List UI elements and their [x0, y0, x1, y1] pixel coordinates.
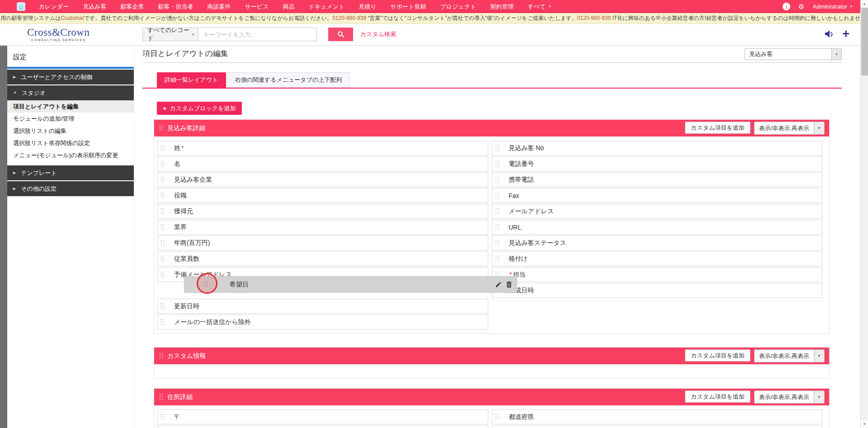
drag-handle-icon[interactable] [161, 177, 165, 183]
visibility-toggle-button[interactable]: 表示/非表示,再表示 ▼ [754, 390, 825, 404]
field-row[interactable]: *担当 [492, 267, 822, 282]
nav-item-all[interactable]: すべて ▼ [528, 3, 552, 11]
field-row[interactable]: 電話番号 [492, 156, 822, 171]
nav-item[interactable]: 商談案件 [208, 3, 231, 11]
field-row[interactable]: 見込み客ステータス [492, 235, 822, 250]
field-row[interactable]: メールアドレス [492, 204, 822, 219]
tab-related-menu-order[interactable]: 右側の関連するメニュータブの上下配列 [227, 72, 350, 88]
sidebar-item[interactable]: 選択肢リスト依存関係の設定 [7, 137, 134, 149]
field-row[interactable]: 作成日時 [492, 283, 822, 298]
field-row[interactable]: 年商(百万円) [157, 235, 488, 250]
visibility-dropdown-arrow[interactable]: ▼ [814, 391, 824, 403]
field-row[interactable]: 役職 [157, 188, 488, 203]
scrollbar-thumb[interactable] [861, 8, 868, 75]
delete-trash-icon[interactable] [506, 281, 512, 288]
field-row[interactable]: 獲得元 [157, 204, 488, 219]
drag-handle-icon[interactable] [495, 414, 499, 420]
nav-item[interactable]: 見積り [359, 3, 376, 11]
nav-item[interactable]: 契約管理 [490, 3, 514, 11]
nav-item[interactable]: 顧客・担当者 [158, 3, 193, 11]
field-row[interactable]: 姓* [157, 141, 488, 155]
nav-item[interactable]: 見込み客 [83, 3, 106, 11]
field-row[interactable]: 更新日時 [157, 299, 488, 314]
drag-handle-icon[interactable] [160, 125, 163, 131]
field-row[interactable]: 業界 [157, 220, 488, 235]
speaker-icon[interactable] [824, 29, 835, 39]
field-row[interactable]: URL [492, 220, 822, 235]
scrollbar-up-arrow[interactable]: ▲ [861, 0, 868, 8]
field-row[interactable]: 格付け [492, 251, 822, 266]
gear-icon[interactable]: ⚙ [798, 3, 804, 10]
module-select[interactable]: 見込み客 ▼ [745, 48, 842, 60]
drag-handle-icon[interactable] [161, 161, 165, 167]
module-select-arrow[interactable]: ▼ [831, 49, 841, 60]
field-row[interactable]: 〒 [157, 409, 488, 424]
drag-handle-icon[interactable] [495, 208, 499, 214]
sidebar-group-users-access[interactable]: ▶ ユーザーとアクセスの制御 [7, 70, 134, 85]
drag-handle-icon[interactable] [161, 193, 165, 198]
field-row[interactable]: 見込み客 No [492, 141, 822, 155]
visibility-dropdown-arrow[interactable]: ▼ [814, 350, 824, 362]
scrollbar-down-arrow[interactable]: ▼ [861, 420, 868, 428]
home-icon[interactable]: ⌂ [17, 2, 25, 11]
drag-handle-icon[interactable] [161, 224, 165, 230]
drag-handle-icon[interactable] [495, 177, 499, 183]
field-row[interactable]: 都道府県 [492, 409, 822, 424]
add-custom-field-button[interactable]: カスタム項目を追加 [685, 349, 750, 362]
sidebar-group-templates[interactable]: ▶ テンプレート [7, 165, 134, 180]
field-row[interactable]: メールの一括送信から除外 [157, 315, 488, 329]
visibility-toggle-button[interactable]: 表示/非表示,再表示 ▼ [754, 122, 825, 135]
drag-handle-icon[interactable] [161, 240, 165, 246]
add-custom-field-button[interactable]: カスタム項目を追加 [685, 122, 750, 134]
drag-handle-icon[interactable] [161, 414, 165, 420]
drag-handle-icon[interactable] [495, 256, 499, 262]
field-row[interactable]: 携帯電話 [492, 172, 822, 187]
drag-handle-icon[interactable] [160, 394, 163, 400]
field-row[interactable]: 従業員数 [157, 251, 488, 266]
drag-handle-icon[interactable] [161, 303, 165, 309]
nav-item[interactable]: サポート依頼 [391, 3, 426, 11]
search-button[interactable] [328, 28, 353, 41]
field-row[interactable]: 見込み客企業 [157, 172, 488, 187]
custom-search-link[interactable]: カスタム検索 [360, 30, 396, 38]
add-record-icon[interactable]: + [842, 29, 849, 39]
field-row[interactable]: Fax [492, 188, 822, 203]
field-row[interactable]: 番地 [492, 425, 822, 428]
vertical-scrollbar[interactable]: ▲ ▼ [860, 0, 868, 428]
sidebar-item[interactable]: メニュー(モジュール)の表示順序の変更 [7, 149, 134, 161]
drag-handle-icon[interactable] [495, 145, 499, 151]
drag-handle-icon[interactable] [495, 161, 499, 167]
sidebar-group-studio[interactable]: ▼ スタジオ [7, 85, 134, 100]
dragged-field-row[interactable]: 希望日 [184, 277, 517, 292]
drag-handle-icon[interactable] [161, 272, 165, 277]
drag-handle-icon[interactable] [161, 208, 165, 214]
sidebar-group-other-settings[interactable]: ▶ その他の設定 [7, 181, 134, 196]
visibility-toggle-button[interactable]: 表示/非表示,再表示 ▼ [754, 349, 825, 362]
edit-pencil-icon[interactable] [495, 281, 502, 288]
nav-item[interactable]: サービス [245, 3, 269, 11]
add-custom-field-button[interactable]: カスタム項目を追加 [685, 390, 750, 403]
drag-handle-icon[interactable] [495, 240, 499, 246]
info-icon[interactable]: i [783, 3, 790, 10]
drag-handle-icon[interactable] [161, 319, 165, 325]
sidebar-item[interactable]: 選択肢リストの編集 [7, 125, 134, 137]
company-logo[interactable]: Cross&Crown Consulting Services [27, 27, 90, 42]
tab-detail-list-layout[interactable]: 詳細一覧レイアウト [157, 72, 226, 88]
nav-item[interactable]: 商品 [283, 3, 294, 11]
nav-item[interactable]: ドキュメント [308, 3, 344, 11]
drag-handle-icon[interactable] [161, 256, 165, 262]
drag-handle-icon[interactable] [161, 145, 165, 151]
nav-item[interactable]: プロジェクト [440, 3, 476, 11]
sidebar-item[interactable]: モジュールの追加/管理 [7, 113, 134, 125]
visibility-dropdown-arrow[interactable]: ▼ [814, 122, 824, 134]
add-custom-block-button[interactable]: + カスタムブロックを追加 [157, 102, 242, 115]
field-row[interactable]: 市町村区 [157, 425, 488, 428]
drag-handle-icon[interactable] [495, 224, 499, 230]
nav-item[interactable]: カレンダー [39, 3, 69, 11]
nav-item[interactable]: 顧客企業 [121, 3, 144, 11]
drag-handle-icon[interactable] [204, 282, 208, 287]
search-scope-select[interactable]: すべてのレコード ▼ [142, 28, 198, 41]
user-menu[interactable]: Administrator ▼ [813, 3, 854, 10]
field-row[interactable]: 名 [157, 156, 488, 171]
sidebar-item[interactable]: 項目とレイアウトを編集 [7, 100, 134, 113]
